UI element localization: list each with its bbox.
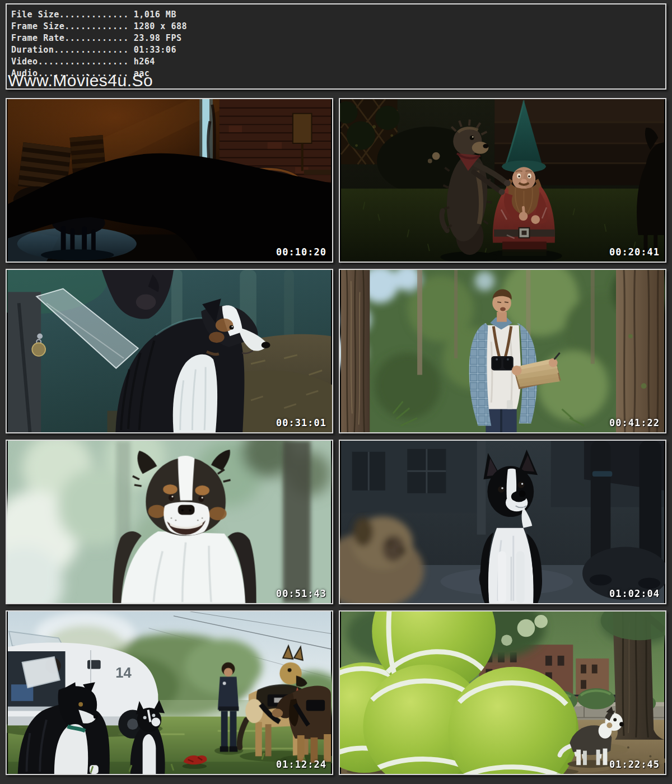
info-label: Duration bbox=[11, 45, 54, 55]
info-value: 1280 x 688 bbox=[134, 21, 187, 31]
timestamp: 00:20:41 bbox=[609, 248, 660, 257]
timestamp: 00:31:01 bbox=[276, 418, 326, 428]
scene-tennis-balls bbox=[340, 612, 665, 774]
dot-leader: ............ bbox=[64, 21, 128, 31]
site-watermark: Www.Movies4u.So bbox=[8, 72, 153, 90]
screenshot-frame-4: 00:41:22 bbox=[339, 269, 666, 433]
timestamp: 01:22:45 bbox=[609, 760, 660, 769]
scene-gnome-terrier bbox=[340, 99, 665, 262]
info-line-video: Video.................h264 bbox=[11, 56, 665, 68]
timestamp: 00:41:22 bbox=[609, 418, 660, 428]
timestamp: 01:12:24 bbox=[276, 760, 326, 769]
dot-leader: ................. bbox=[38, 57, 129, 67]
info-label: Frame Rate bbox=[11, 33, 64, 43]
dot-leader: ............ bbox=[64, 33, 128, 43]
screenshot-frame-6: 01:02:04 bbox=[339, 440, 666, 604]
screenshot-frame-2: 00:20:41 bbox=[339, 98, 666, 263]
info-value: 23.98 FPS bbox=[134, 33, 182, 43]
dot-leader: .............. bbox=[54, 45, 128, 55]
screenshot-frame-3: 00:31:01 bbox=[6, 269, 333, 433]
van-number-label: 14 bbox=[115, 665, 132, 680]
info-label: Video bbox=[11, 57, 38, 67]
scene-man-binoculars bbox=[340, 270, 665, 432]
scene-van-dogs: 14 bbox=[7, 612, 332, 774]
timestamp: 00:10:20 bbox=[276, 248, 326, 257]
scene-barn-aussie bbox=[7, 270, 332, 432]
screenshot-frame-1: 00:10:20 bbox=[6, 98, 333, 263]
info-line-duration: Duration..............01:33:06 bbox=[11, 44, 665, 56]
info-value: 1,016 MB bbox=[134, 10, 176, 20]
info-value: 01:33:06 bbox=[134, 45, 176, 55]
info-value: h264 bbox=[134, 57, 155, 67]
info-label: Frame Size bbox=[11, 21, 64, 31]
info-label: File Size bbox=[11, 10, 59, 20]
timestamp: 00:51:43 bbox=[276, 589, 326, 599]
screenshot-frame-5: 00:51:43 bbox=[6, 440, 333, 604]
screenshot-frame-7: 14 bbox=[6, 610, 333, 775]
timestamp: 01:02:04 bbox=[609, 589, 660, 599]
screenshot-frame-8: 01:22:45 bbox=[339, 610, 666, 775]
media-info-panel: File Size.............1,016 MB Frame Siz… bbox=[6, 3, 666, 90]
dot-leader: ............. bbox=[59, 10, 129, 20]
info-line-frame-size: Frame Size............1280 x 688 bbox=[11, 21, 665, 32]
info-line-frame-rate: Frame Rate............23.98 FPS bbox=[11, 32, 665, 44]
scene-night-yard bbox=[7, 99, 332, 262]
scene-boston-terrier bbox=[340, 441, 665, 603]
scene-aussie-smile bbox=[7, 441, 332, 603]
info-line-file-size: File Size.............1,016 MB bbox=[11, 9, 665, 21]
preview-sheet: File Size.............1,016 MB Frame Siz… bbox=[0, 0, 672, 784]
